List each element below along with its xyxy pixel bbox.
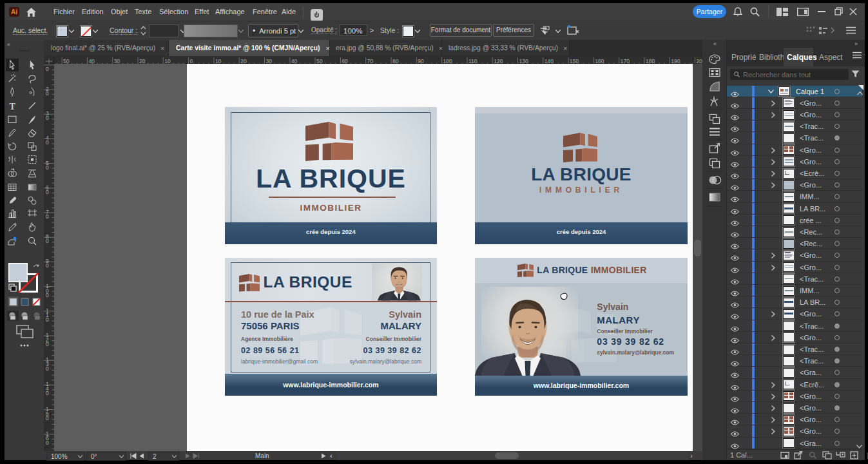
svg-text:120: 120 <box>494 58 503 64</box>
svg-text:200: 200 <box>697 58 702 64</box>
svg-text:100: 100 <box>443 58 452 64</box>
svg-text:0: 0 <box>46 189 49 195</box>
svg-text:60: 60 <box>342 58 348 64</box>
svg-text:0: 0 <box>46 341 49 347</box>
svg-text:90: 90 <box>418 58 424 64</box>
svg-text:0: 0 <box>46 390 49 396</box>
svg-text:«: « <box>7 41 10 48</box>
svg-text:30: 30 <box>266 58 273 64</box>
svg-text:20: 20 <box>240 58 247 64</box>
svg-text:0: 0 <box>46 415 49 421</box>
svg-text:0: 0 <box>46 292 49 298</box>
svg-text:0: 0 <box>46 66 49 72</box>
svg-text:0: 0 <box>46 316 49 323</box>
svg-text:40: 40 <box>291 58 298 64</box>
svg-text:0: 0 <box>46 262 49 269</box>
svg-text:50: 50 <box>63 58 70 64</box>
svg-text:50: 50 <box>316 58 323 64</box>
svg-text:180: 180 <box>646 58 655 64</box>
svg-text:T: T <box>9 102 15 111</box>
svg-text:110: 110 <box>468 58 477 64</box>
svg-text:0: 0 <box>46 164 49 171</box>
svg-text:160: 160 <box>595 58 604 64</box>
svg-text:40: 40 <box>88 58 95 64</box>
svg-text:0: 0 <box>46 440 49 446</box>
svg-text:150: 150 <box>570 58 579 64</box>
svg-text:10: 10 <box>215 58 222 64</box>
svg-text:170: 170 <box>621 58 630 64</box>
svg-text:20: 20 <box>139 58 146 64</box>
svg-text:0: 0 <box>46 238 49 244</box>
svg-text:0: 0 <box>46 139 49 146</box>
svg-text:0: 0 <box>190 58 193 64</box>
svg-text:0: 0 <box>46 213 49 220</box>
svg-text:0: 0 <box>46 365 49 372</box>
svg-text:10: 10 <box>164 58 171 64</box>
svg-text:130: 130 <box>519 58 528 64</box>
svg-text:140: 140 <box>545 58 554 64</box>
svg-text:0: 0 <box>46 115 49 121</box>
svg-text:0: 0 <box>46 90 49 97</box>
svg-text:80: 80 <box>392 58 399 64</box>
svg-text:70: 70 <box>367 58 374 64</box>
svg-text:190: 190 <box>671 58 680 64</box>
svg-text:30: 30 <box>114 58 121 64</box>
